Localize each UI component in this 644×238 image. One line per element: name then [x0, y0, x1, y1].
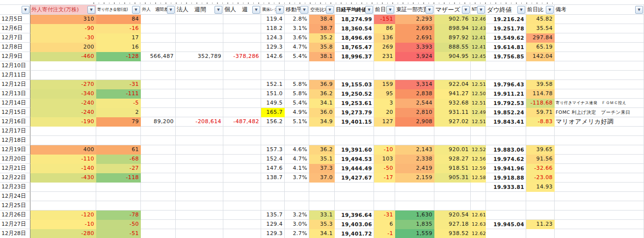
row-header-date[interactable]: 12月19日: [0, 145, 30, 155]
cell-toraku-ratio[interactable]: 129.3: [261, 229, 285, 238]
cell-nikkei-change[interactable]: [374, 61, 395, 71]
cell-tosho-ichibu[interactable]: 2,419: [395, 164, 434, 173]
cell-biko[interactable]: マリオアメリカ好調: [555, 117, 644, 127]
cell-kojin-weekly[interactable]: [223, 15, 261, 24]
cell-nt-ratio[interactable]: 12.50: [471, 89, 486, 99]
cell-toraku-ratio[interactable]: 135.7: [261, 211, 285, 220]
cell-short-sell-ratio[interactable]: [309, 136, 335, 145]
cell-hojin-weekly[interactable]: [176, 211, 223, 220]
cell-kojin-weekly[interactable]: [223, 127, 261, 136]
cell-nikkei-close[interactable]: 19,494.53: [335, 155, 374, 164]
cell-nikkei-change[interactable]: -10: [374, 145, 395, 155]
cell-dow-change[interactable]: -32.66: [526, 164, 555, 173]
cell-toraku-ratio[interactable]: 129.3: [261, 43, 285, 52]
cell-mothers[interactable]: 902.76: [434, 15, 471, 24]
cell-toraku-ratio[interactable]: 142.6: [261, 52, 285, 61]
cell-mothers[interactable]: 931.11: [434, 108, 471, 117]
cell-short-sell-ratio[interactable]: 37.0: [309, 173, 335, 183]
cell-tosho-ichibu[interactable]: 2,908: [395, 117, 434, 127]
cell-hojin-weekly[interactable]: [176, 155, 223, 164]
row-header-date[interactable]: 12月24日: [0, 192, 30, 201]
row-header-date[interactable]: 12月12日: [0, 80, 30, 89]
cell-nikkei-close[interactable]: [335, 192, 374, 201]
cell-nikkei-close[interactable]: 19,250.52: [335, 89, 374, 99]
cell-nt-ratio[interactable]: [471, 201, 486, 211]
cell-gaijin-weekly[interactable]: [141, 43, 176, 52]
cell-moving-average[interactable]: 3.0%: [285, 220, 309, 229]
cell-gaijin-yoritsuki-order[interactable]: -280: [30, 229, 96, 238]
cell-tosho-ichibu[interactable]: [395, 183, 434, 192]
cell-short-sell-ratio[interactable]: 38.7: [309, 24, 335, 33]
cell-hojin-weekly[interactable]: [176, 15, 223, 24]
cell-mothers[interactable]: 941.27: [434, 89, 471, 99]
cell-tosho-ichibu[interactable]: 1,630: [395, 211, 434, 220]
cell-moving-average[interactable]: 4.9%: [285, 108, 309, 117]
cell-short-sell-ratio[interactable]: [309, 183, 335, 192]
cell-yoritsuki-amount[interactable]: [96, 71, 141, 80]
cell-toraku-ratio[interactable]: 129.4: [261, 220, 285, 229]
cell-tosho-ichibu[interactable]: 3,393: [395, 43, 434, 52]
row-header-date[interactable]: 12月15日: [0, 108, 30, 117]
cell-nt-ratio[interactable]: 12.41: [471, 33, 486, 43]
cell-nt-ratio[interactable]: 12.51: [471, 80, 486, 89]
row-header-date[interactable]: 12月11日: [0, 71, 30, 80]
cell-biko[interactable]: [555, 145, 644, 155]
cell-biko[interactable]: [555, 201, 644, 211]
cell-hojin-weekly[interactable]: 352,789: [176, 52, 223, 61]
cell-nikkei-close[interactable]: 19,444.49: [335, 164, 374, 173]
filter-button[interactable]: ▼: [546, 6, 554, 14]
cell-toraku-ratio[interactable]: 152.4: [261, 155, 285, 164]
cell-moving-average[interactable]: [285, 127, 309, 136]
cell-nikkei-close[interactable]: 19,401.15: [335, 117, 374, 127]
cell-kojin-weekly[interactable]: [223, 99, 261, 108]
cell-biko[interactable]: [555, 192, 644, 201]
cell-kojin-weekly[interactable]: [223, 220, 261, 229]
cell-nt-ratio[interactable]: 12.49: [471, 108, 486, 117]
cell-dow-change[interactable]: [526, 201, 555, 211]
cell-mothers[interactable]: [434, 136, 471, 145]
cell-hojin-weekly[interactable]: [176, 220, 223, 229]
cell-dow-close[interactable]: [486, 192, 526, 201]
cell-dow-close[interactable]: 19.945.04: [486, 220, 526, 229]
cell-biko[interactable]: 寄り付きマイナス連発 ＦＯＭＣ控え: [555, 99, 644, 108]
cell-moving-average[interactable]: 4.7%: [285, 155, 309, 164]
cell-mothers[interactable]: 922.04: [434, 80, 471, 89]
cell-nt-ratio[interactable]: [471, 183, 486, 192]
cell-biko[interactable]: [555, 127, 644, 136]
cell-kojin-weekly[interactable]: [223, 24, 261, 33]
cell-hojin-weekly[interactable]: [176, 61, 223, 71]
cell-biko[interactable]: [555, 173, 644, 183]
cell-tosho-ichibu[interactable]: 2,691: [395, 33, 434, 43]
cell-biko[interactable]: [555, 211, 644, 220]
cell-dow-change[interactable]: -8.83: [526, 117, 555, 127]
cell-mothers[interactable]: [434, 192, 471, 201]
cell-gaijin-yoritsuki-order[interactable]: -270: [30, 80, 96, 89]
cell-toraku-ratio[interactable]: 118.2: [261, 24, 285, 33]
cell-toraku-ratio[interactable]: 124.3: [261, 33, 285, 43]
row-header-date[interactable]: 12月5日: [0, 15, 30, 24]
cell-gaijin-yoritsuki-order[interactable]: -190: [30, 117, 96, 127]
cell-mothers[interactable]: 928.27: [434, 155, 471, 164]
cell-gaijin-weekly[interactable]: [141, 229, 176, 238]
cell-short-sell-ratio[interactable]: 35.2: [309, 33, 335, 43]
cell-moving-average[interactable]: 2.8%: [285, 15, 309, 24]
cell-short-sell-ratio[interactable]: 33.1: [309, 211, 335, 220]
cell-moving-average[interactable]: 3.7%: [285, 173, 309, 183]
cell-toraku-ratio[interactable]: 151.0: [261, 89, 285, 99]
cell-toraku-ratio[interactable]: [261, 192, 285, 201]
cell-hojin-weekly[interactable]: [176, 136, 223, 145]
cell-kojin-weekly[interactable]: [223, 192, 261, 201]
cell-nikkei-change[interactable]: 95: [374, 89, 395, 99]
cell-kojin-weekly[interactable]: [223, 173, 261, 183]
cell-nikkei-change[interactable]: 136: [374, 33, 395, 43]
cell-nikkei-close[interactable]: 19,427.67: [335, 173, 374, 183]
cell-kojin-weekly[interactable]: [223, 136, 261, 145]
cell-gaijin-yoritsuki-order[interactable]: [30, 183, 96, 192]
filter-button[interactable]: ▼: [426, 6, 433, 14]
cell-nikkei-close[interactable]: 19,403.06: [335, 220, 374, 229]
cell-nt-ratio[interactable]: 12.59: [471, 164, 486, 173]
cell-yoritsuki-amount[interactable]: -68: [96, 155, 141, 164]
cell-dow-change[interactable]: 11.23: [526, 220, 555, 229]
row-header-date[interactable]: 12月22日: [0, 173, 30, 183]
cell-gaijin-weekly[interactable]: [141, 61, 176, 71]
